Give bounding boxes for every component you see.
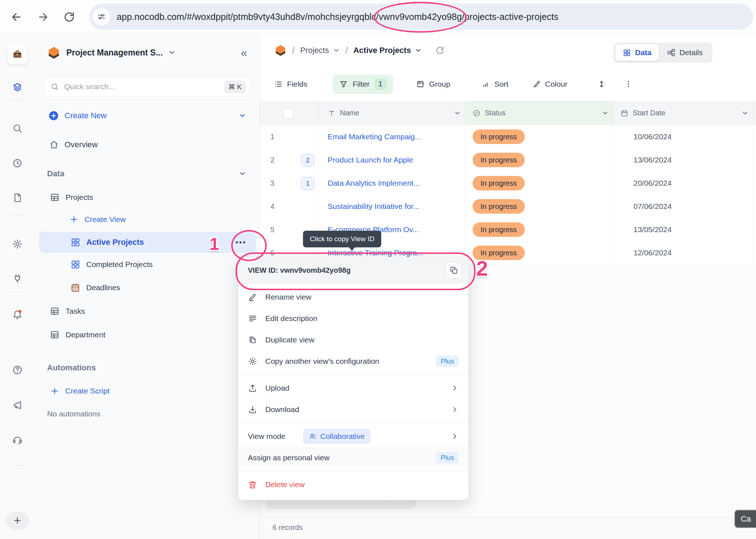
browser-back-icon[interactable]: [10, 11, 22, 23]
copy-view-id-tooltip: Click to copy View ID: [303, 231, 381, 247]
status-badge[interactable]: In progress: [473, 199, 525, 214]
menu-separator: [238, 374, 468, 375]
chevron-down-icon[interactable]: [742, 110, 749, 117]
sidebar-view-active-projects[interactable]: Active Projects •••: [39, 232, 256, 253]
select-all-checkbox[interactable]: [283, 108, 294, 119]
address-bar[interactable]: app.nocodb.com/#/woxdppit/ptmb9vty43uhd8…: [89, 4, 753, 30]
chevron-down-icon: [333, 47, 340, 54]
refresh-icon[interactable]: [435, 46, 445, 55]
column-header-name[interactable]: Name: [317, 101, 466, 125]
status-badge[interactable]: In progress: [473, 222, 525, 237]
date-cell[interactable]: 20/06/2024: [613, 179, 672, 188]
toolbar-more-button[interactable]: [624, 67, 633, 101]
url-view-id-segment: vwnv9vomb42yo98g: [379, 12, 462, 22]
rail-announcements-icon[interactable]: [12, 400, 23, 411]
status-badge[interactable]: In progress: [473, 153, 525, 167]
rail-notifications-icon[interactable]: [12, 309, 23, 320]
collapse-sidebar-icon[interactable]: «: [241, 47, 247, 58]
rail-help-icon[interactable]: [12, 365, 23, 375]
rail-add-button[interactable]: [6, 511, 29, 530]
group-button[interactable]: Group: [416, 67, 450, 101]
capture-overlay-button[interactable]: Ca: [734, 510, 756, 528]
record-link[interactable]: Sustainability Initiative for...: [317, 202, 419, 211]
base-title-row[interactable]: Project Management S... «: [35, 45, 259, 61]
table-row[interactable]: 22 Product Launch for Apple In progress …: [259, 148, 756, 172]
sidebar-item-create-new[interactable]: Create New: [35, 108, 259, 124]
date-cell[interactable]: 13/06/2024: [613, 156, 672, 164]
chevron-down-icon[interactable]: [602, 110, 609, 117]
record-link[interactable]: Data Analytics Implement...: [317, 179, 420, 188]
rail-support-icon[interactable]: [12, 434, 23, 445]
date-cell[interactable]: 10/06/2024: [613, 132, 672, 141]
status-badge[interactable]: In progress: [473, 176, 525, 190]
chevron-down-icon: [238, 170, 246, 178]
menu-separator: [238, 423, 468, 423]
sidebar-item-create-view[interactable]: Create View: [35, 211, 259, 227]
sidebar-view-completed-projects[interactable]: Completed Projects: [35, 256, 259, 272]
table-row[interactable]: 1 Email Marketing Campaig... In progress…: [259, 125, 756, 149]
fields-button[interactable]: Fields: [274, 67, 307, 101]
menu-item-copy-view-configuration[interactable]: Copy another view's configuration Plus: [238, 350, 468, 372]
browser-reload-icon[interactable]: [63, 11, 75, 23]
menu-item-upload[interactable]: Upload: [238, 377, 468, 399]
sort-button[interactable]: Sort: [481, 67, 508, 101]
date-cell[interactable]: 07/06/2024: [613, 202, 672, 211]
date-cell[interactable]: 13/05/2024: [613, 225, 672, 234]
sidebar-item-overview[interactable]: Overview: [35, 137, 259, 153]
record-link[interactable]: Product Launch for Apple: [317, 156, 413, 164]
breadcrumb-view[interactable]: Active Projects: [353, 46, 422, 55]
pencil-icon: [248, 292, 257, 302]
workspace-avatar[interactable]: [7, 44, 28, 65]
row-number-header[interactable]: [259, 101, 317, 125]
menu-item-edit-description[interactable]: Edit description: [238, 308, 468, 329]
filter-button[interactable]: Filter 1: [333, 67, 393, 101]
tab-details[interactable]: Details: [659, 48, 711, 57]
table-row[interactable]: 31 Data Analytics Implement... In progre…: [259, 172, 756, 195]
filter-funnel-icon: [339, 80, 348, 89]
column-header-status[interactable]: Status: [465, 101, 614, 125]
browser-forward-icon[interactable]: [37, 11, 49, 23]
sidebar-table-tasks[interactable]: Tasks: [35, 303, 259, 319]
table-row[interactable]: 4 Sustainability Initiative for... In pr…: [259, 195, 756, 218]
date-cell[interactable]: 12/06/2024: [613, 248, 672, 257]
sidebar-table-projects[interactable]: Projects: [35, 189, 259, 205]
sidebar-table-department[interactable]: Department: [35, 327, 259, 343]
menu-item-download[interactable]: Download: [238, 399, 468, 420]
url-prefix: app.nocodb.com/#/woxdppit/ptmb9vty43uhd8…: [117, 12, 379, 22]
plus-circle-icon: [48, 110, 59, 121]
plus-plan-badge: Plus: [436, 355, 459, 367]
menu-item-duplicate-view[interactable]: Duplicate view: [238, 329, 468, 350]
menu-item-view-mode[interactable]: View mode Collaborative: [238, 425, 468, 447]
row-height-button[interactable]: [597, 67, 606, 101]
rail-search-icon[interactable]: [12, 123, 23, 134]
rail-settings-icon[interactable]: [12, 239, 23, 250]
upload-icon: [248, 383, 257, 393]
rail-recent-icon[interactable]: [12, 158, 23, 169]
row-number: 3: [259, 179, 274, 188]
rail-docs-icon[interactable]: [12, 192, 23, 203]
quick-search-input[interactable]: Quick search... ⌘ K: [43, 77, 250, 96]
rail-base-icon[interactable]: [12, 82, 23, 93]
site-controls-icon[interactable]: [93, 8, 110, 25]
tab-data[interactable]: Data: [615, 44, 659, 61]
column-header-start-date[interactable]: Start Date: [613, 101, 753, 125]
chevron-down-icon[interactable]: [454, 110, 461, 117]
menu-item-assign-personal-view[interactable]: Assign as personal view Plus: [238, 447, 468, 468]
grid-view-icon: [70, 259, 80, 270]
breadcrumb-table[interactable]: Projects: [300, 46, 340, 55]
text-field-icon: [328, 109, 336, 117]
chevron-right-icon: [451, 384, 459, 392]
status-field-icon: [473, 109, 481, 117]
chevron-down-icon[interactable]: [168, 49, 176, 57]
status-badge[interactable]: In progress: [473, 129, 525, 144]
expand-record-chip[interactable]: 1: [301, 177, 314, 190]
record-link[interactable]: Email Marketing Campaig...: [317, 132, 421, 141]
sidebar-view-deadlines[interactable]: Deadlines: [35, 280, 259, 296]
menu-item-delete-view[interactable]: Delete view: [238, 474, 468, 495]
sidebar-item-create-script[interactable]: Create Script: [35, 383, 259, 399]
colour-button[interactable]: Colour: [532, 67, 568, 101]
sidebar-section-data[interactable]: Data: [35, 166, 259, 182]
rail-divider: [9, 296, 25, 296]
expand-record-chip[interactable]: 2: [301, 154, 314, 167]
rail-integrations-icon[interactable]: [12, 273, 23, 284]
